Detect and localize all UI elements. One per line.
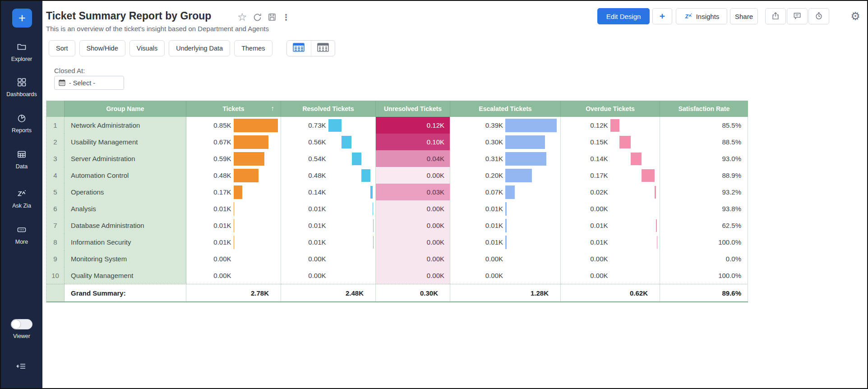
unresolved-cell[interactable]: 0.10K [376,134,450,150]
closed-at-select[interactable]: - Select - [54,76,124,90]
group-name-cell[interactable]: Automation Control [65,167,186,184]
resolved-cell[interactable]: 0.00K [281,267,376,284]
unresolved-cell[interactable]: 0.00K [376,250,450,267]
satisfaction-cell[interactable]: 93.2% [660,184,748,200]
sort-button[interactable]: Sort [49,40,75,56]
unresolved-cell[interactable]: 0.03K [376,184,450,200]
overdue-cell[interactable]: 0.14K [561,150,660,167]
column-header-group-name[interactable]: Group Name [65,101,186,117]
themes-button[interactable]: Themes [234,40,272,56]
group-name-cell[interactable]: Operations [65,184,186,200]
table-row[interactable]: 3 Server Administration0.59K0.54K0.04K0.… [46,150,748,167]
unresolved-cell[interactable]: 0.00K [376,234,450,250]
escalated-cell[interactable]: 0.01K [450,217,561,234]
column-header-tickets[interactable]: Tickets ↑ [186,101,281,117]
escalated-cell[interactable]: 0.20K [450,167,561,184]
column-header-overdue[interactable]: Overdue Tickets [561,101,660,117]
table-row[interactable]: 7 Database Administration0.01K0.01K0.00K… [46,217,748,234]
satisfaction-cell[interactable]: 88.5% [660,134,748,150]
tickets-cell[interactable]: 0.59K [186,150,281,167]
visuals-button[interactable]: Visuals [129,40,165,56]
sidebar-item-more[interactable]: More [1,224,42,245]
viewer-toggle[interactable] [11,319,32,329]
escalated-cell[interactable]: 0.31K [450,150,561,167]
pivot-view-button[interactable] [311,41,335,56]
resolved-cell[interactable]: 0.01K [281,234,376,250]
overdue-cell[interactable]: 0.12K [561,117,660,134]
share-button[interactable]: Share [730,8,758,24]
tickets-cell[interactable]: 0.17K [186,184,281,200]
collapse-sidebar-button[interactable] [1,360,42,374]
underlying-data-button[interactable]: Underlying Data [169,40,230,56]
satisfaction-cell[interactable]: 0.0% [660,250,748,267]
column-header-satisfaction[interactable]: Satisfaction Rate [660,101,748,117]
group-name-cell[interactable]: Quality Management [65,267,186,284]
resolved-cell[interactable]: 0.56K [281,134,376,150]
tickets-cell[interactable]: 0.00K [186,250,281,267]
table-row[interactable]: 2 Usability Management0.67K0.56K0.10K0.3… [46,134,748,150]
resolved-cell[interactable]: 0.00K [281,250,376,267]
group-name-cell[interactable]: Analysis [65,200,186,217]
export-button[interactable] [765,8,786,24]
edit-design-button[interactable]: Edit Design [597,8,650,24]
group-name-cell[interactable]: Database Administration [65,217,186,234]
escalated-cell[interactable]: 0.00K [450,267,561,284]
overdue-cell[interactable]: 0.02K [561,184,660,200]
group-name-cell[interactable]: Network Administration [65,117,186,134]
unresolved-cell[interactable]: 0.00K [376,217,450,234]
resolved-cell[interactable]: 0.54K [281,150,376,167]
column-header-escalated[interactable]: Escalated Tickets [450,101,561,117]
escalated-cell[interactable]: 0.39K [450,117,561,134]
resolved-cell[interactable]: 0.48K [281,167,376,184]
scheduler-button[interactable] [808,8,829,24]
sidebar-item-reports[interactable]: Reports [1,113,42,134]
sidebar-item-explorer[interactable]: Explorer [1,42,42,62]
table-row[interactable]: 1 Network Administration0.85K0.73K0.12K0… [46,117,748,134]
table-row[interactable]: 8 Information Security0.01K0.01K0.00K0.0… [46,234,748,250]
sidebar-item-data[interactable]: Data [1,149,42,170]
unresolved-cell[interactable]: 0.00K [376,200,450,217]
overdue-cell[interactable]: 0.17K [561,167,660,184]
more-options-icon[interactable]: ⋮ [282,12,291,23]
resolved-cell[interactable]: 0.73K [281,117,376,134]
create-new-button[interactable]: + [12,9,32,28]
escalated-cell[interactable]: 0.01K [450,234,561,250]
unresolved-cell[interactable]: 0.00K [376,267,450,284]
unresolved-cell[interactable]: 0.04K [376,150,450,167]
escalated-cell[interactable]: 0.00K [450,250,561,267]
resolved-cell[interactable]: 0.01K [281,200,376,217]
satisfaction-cell[interactable]: 85.5% [660,117,748,134]
tickets-cell[interactable]: 0.48K [186,167,281,184]
table-view-button[interactable] [287,41,311,56]
unresolved-cell[interactable]: 0.12K [376,117,450,134]
overdue-cell[interactable]: 0.00K [561,267,660,284]
tickets-cell[interactable]: 0.67K [186,134,281,150]
sidebar-item-dashboards[interactable]: Dashboards [1,77,42,97]
satisfaction-cell[interactable]: 100.0% [660,234,748,250]
tickets-cell[interactable]: 0.01K [186,200,281,217]
overdue-cell[interactable]: 0.00K [561,200,660,217]
group-name-cell[interactable]: Server Administration [65,150,186,167]
escalated-cell[interactable]: 0.01K [450,200,561,217]
satisfaction-cell[interactable]: 100.0% [660,267,748,284]
group-name-cell[interactable]: Information Security [65,234,186,250]
group-name-cell[interactable]: Monitoring System [65,250,186,267]
table-row[interactable]: 10 Quality Management0.00K0.00K0.00K0.00… [46,267,748,284]
table-row[interactable]: 9 Monitoring System0.00K0.00K0.00K0.00K0… [46,250,748,267]
tickets-cell[interactable]: 0.00K [186,267,281,284]
refresh-icon[interactable] [253,13,262,22]
table-row[interactable]: 5 Operations0.17K0.14K0.03K0.07K0.02K93.… [46,184,748,200]
zia-insights-button[interactable]: Insights [676,8,727,24]
overdue-cell[interactable]: 0.15K [561,134,660,150]
comments-button[interactable] [787,8,808,24]
save-icon[interactable] [268,13,277,22]
satisfaction-cell[interactable]: 93.8% [660,200,748,217]
satisfaction-cell[interactable]: 62.5% [660,217,748,234]
column-header-unresolved[interactable]: Unresolved Tickets [376,101,450,117]
table-row[interactable]: 6 Analysis0.01K0.01K0.00K0.01K0.00K93.8% [46,200,748,217]
tickets-cell[interactable]: 0.85K [186,117,281,134]
unresolved-cell[interactable]: 0.00K [376,167,450,184]
escalated-cell[interactable]: 0.07K [450,184,561,200]
settings-button[interactable]: ⚙ [845,8,865,24]
resolved-cell[interactable]: 0.01K [281,217,376,234]
